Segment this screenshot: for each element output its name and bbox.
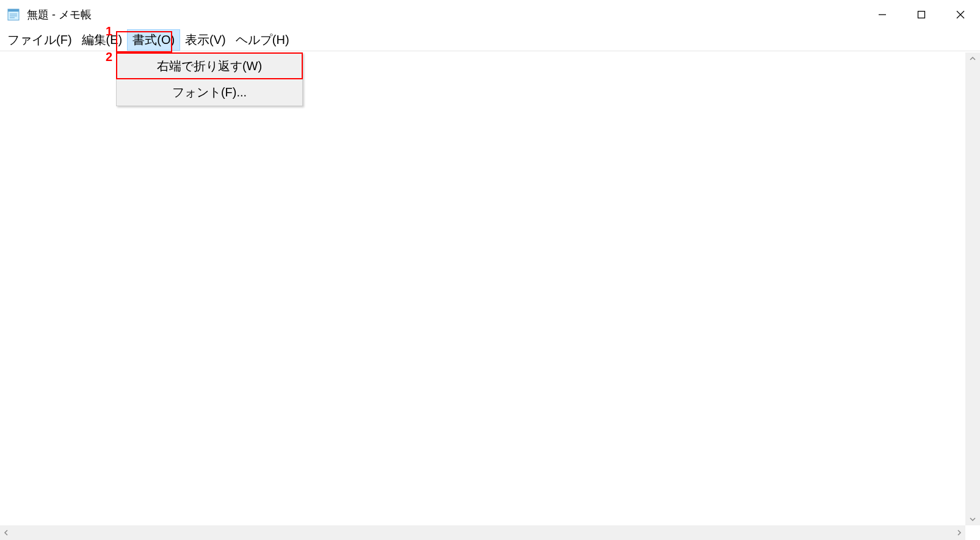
vertical-scrollbar[interactable] xyxy=(965,52,980,525)
svg-rect-1 xyxy=(8,9,19,12)
window-controls xyxy=(863,0,980,29)
annotation-marker-2: 2 xyxy=(106,50,112,64)
annotation-marker-1: 1 xyxy=(106,24,112,38)
window-title: 無題 - メモ帳 xyxy=(27,7,92,22)
format-dropdown: 右端で折り返す(W) フォント(F)... xyxy=(116,52,303,106)
minimize-button[interactable] xyxy=(863,0,902,29)
horizontal-scrollbar[interactable] xyxy=(0,525,965,540)
menu-view[interactable]: 表示(V) xyxy=(180,29,231,51)
scroll-left-icon[interactable] xyxy=(0,527,12,539)
titlebar: 無題 - メモ帳 xyxy=(0,0,980,29)
menu-file[interactable]: ファイル(F) xyxy=(2,29,77,51)
scroll-up-icon[interactable] xyxy=(967,52,979,65)
dropdown-item-wordwrap[interactable]: 右端で折り返す(W) xyxy=(117,53,302,79)
close-button[interactable] xyxy=(941,0,980,29)
notepad-icon xyxy=(6,7,21,22)
menubar: ファイル(F) 編集(E) 書式(O) 表示(V) ヘルプ(H) xyxy=(0,29,980,51)
menu-help[interactable]: ヘルプ(H) xyxy=(231,29,294,51)
menu-format[interactable]: 書式(O) xyxy=(127,29,180,51)
svg-rect-6 xyxy=(918,12,925,18)
dropdown-item-font[interactable]: フォント(F)... xyxy=(117,79,302,106)
text-area[interactable] xyxy=(0,52,965,525)
scroll-right-icon[interactable] xyxy=(953,527,965,539)
scroll-down-icon[interactable] xyxy=(967,513,979,525)
maximize-button[interactable] xyxy=(902,0,941,29)
menu-edit[interactable]: 編集(E) xyxy=(77,29,128,51)
